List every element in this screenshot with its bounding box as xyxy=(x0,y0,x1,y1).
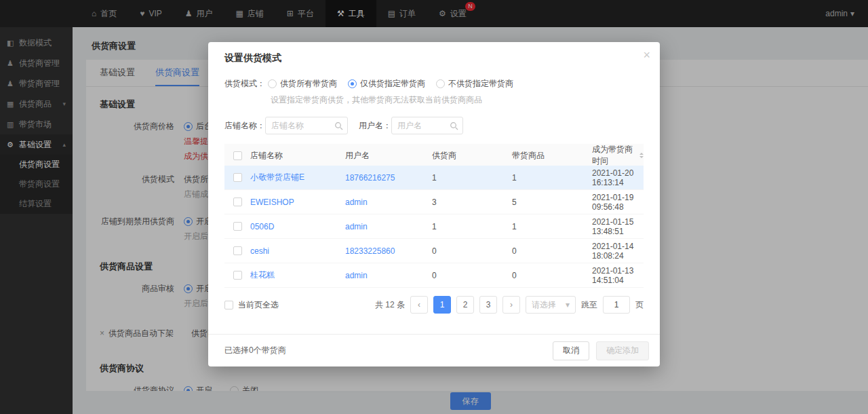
become-time: 2021-01-19 09:56:48 xyxy=(592,193,644,212)
search-icon[interactable] xyxy=(450,121,458,130)
become-time: 2021-01-13 14:51:04 xyxy=(592,266,644,285)
goods-count: 1 xyxy=(512,222,592,231)
col-shop-name: 店铺名称 xyxy=(250,150,345,162)
col-goods: 带货商品 xyxy=(512,150,592,162)
page-button-2[interactable]: 2 xyxy=(456,296,474,314)
page-button-3[interactable]: 3 xyxy=(479,296,497,314)
select-all-label: 当前页全选 xyxy=(238,299,279,311)
username-input[interactable] xyxy=(397,121,448,130)
prev-page-button[interactable]: ‹ xyxy=(410,296,428,314)
user-link[interactable]: 18766216275 xyxy=(345,173,432,183)
shop-link[interactable]: 小敬带货店铺E xyxy=(250,172,345,183)
radio-label: 不供货指定带货商 xyxy=(448,78,513,90)
page-size-select[interactable]: 请选择 ▾ xyxy=(526,296,576,314)
user-link[interactable]: admin xyxy=(345,271,432,280)
selected-count-text: 已选择0个带货商 xyxy=(224,345,286,356)
become-time: 2021-01-15 13:48:51 xyxy=(592,217,644,236)
table-row: ceshi 18233225860 0 0 2021-01-14 18:08:2… xyxy=(224,239,644,263)
supplier-count: 0 xyxy=(432,271,512,280)
supplier-count: 1 xyxy=(432,222,512,231)
page-button-1[interactable]: 1 xyxy=(433,296,451,314)
shop-link[interactable]: 0506D xyxy=(250,222,345,231)
supplier-count: 3 xyxy=(432,197,512,207)
shop-link[interactable]: 桂花糕 xyxy=(250,269,345,281)
select-all-current-page[interactable]: 当前页全选 xyxy=(224,299,279,311)
cancel-button[interactable]: 取消 xyxy=(553,341,589,360)
row-checkbox[interactable] xyxy=(233,246,242,255)
row-checkbox[interactable] xyxy=(233,197,242,206)
mode-help-text: 设置指定带货商供货，其他带货商无法获取当前供货商商品 xyxy=(208,90,660,106)
radio-circle xyxy=(268,79,277,88)
username-filter xyxy=(391,117,463,134)
select-all-checkbox xyxy=(224,301,233,309)
shops-table: 店铺名称 用户名 供货商 带货商品 成为带货商时间 小敬带货店铺E 187662… xyxy=(224,144,644,288)
user-filter-label: 用户名： xyxy=(359,120,391,132)
jump-suffix: 页 xyxy=(635,299,644,311)
jump-page-input[interactable] xyxy=(603,296,630,314)
become-time: 2021-01-20 16:13:14 xyxy=(592,168,644,187)
become-time: 2021-01-14 18:08:24 xyxy=(592,242,644,261)
supplier-count: 1 xyxy=(432,173,512,183)
col-become-time: 成为带货商时间 xyxy=(592,144,644,167)
supply-mode-radio-group: 供货模式： 供货所有带货商 仅供货指定带货商 不供货指定带货商 xyxy=(208,70,660,90)
radio-circle xyxy=(436,79,445,88)
table-row: EWEISHOP admin 3 5 2021-01-19 09:56:48 xyxy=(224,190,644,214)
modal-title: 设置供货模式 xyxy=(224,52,281,63)
page-size-placeholder: 请选择 xyxy=(532,299,556,311)
set-supply-mode-modal: 设置供货模式 × 供货模式： 供货所有带货商 仅供货指定带货商 不供货指定带货商… xyxy=(208,42,660,366)
goods-count: 0 xyxy=(512,271,592,280)
sort-icon[interactable] xyxy=(639,153,644,158)
table-row: 0506D admin 1 1 2021-01-15 13:48:51 xyxy=(224,214,644,239)
goods-count: 5 xyxy=(512,197,592,207)
row-checkbox[interactable] xyxy=(233,173,242,182)
radio-label: 仅供货指定带货商 xyxy=(360,78,425,90)
shop-name-filter xyxy=(265,117,348,134)
col-username: 用户名 xyxy=(345,150,432,162)
radio-circle xyxy=(348,79,357,88)
table-row: 桂花糕 admin 0 0 2021-01-13 14:51:04 xyxy=(224,263,644,288)
pagination-controls: 共 12 条 ‹ 1 2 3 › 请选择 ▾ 跳至 页 xyxy=(375,296,644,314)
modal-footer: 已选择0个带货商 取消 确定添加 xyxy=(208,334,660,366)
total-count: 共 12 条 xyxy=(375,299,405,311)
goods-count: 0 xyxy=(512,246,592,256)
row-checkbox[interactable] xyxy=(233,271,242,280)
radio-label: 供货所有带货商 xyxy=(280,78,337,90)
filter-bar: 店铺名称： 用户名： xyxy=(208,106,660,134)
shop-link[interactable]: EWEISHOP xyxy=(250,197,345,207)
table-header-row: 店铺名称 用户名 供货商 带货商品 成为带货商时间 xyxy=(224,144,644,166)
user-link[interactable]: admin xyxy=(345,197,432,207)
shop-filter-label: 店铺名称： xyxy=(224,120,265,132)
user-link[interactable]: 18233225860 xyxy=(345,246,432,256)
jump-label: 跳至 xyxy=(581,299,597,311)
goods-count: 1 xyxy=(512,173,592,183)
next-page-button[interactable]: › xyxy=(502,296,520,314)
table-row: 小敬带货店铺E 18766216275 1 1 2021-01-20 16:13… xyxy=(224,166,644,190)
user-link[interactable]: admin xyxy=(345,222,432,231)
radio-supply-designated-only[interactable]: 仅供货指定带货商 xyxy=(348,78,425,90)
supply-mode-group-label: 供货模式： xyxy=(224,78,265,90)
col-supplier: 供货商 xyxy=(432,150,512,162)
supplier-count: 0 xyxy=(432,246,512,256)
select-all-header-checkbox[interactable] xyxy=(233,151,242,160)
radio-supply-all[interactable]: 供货所有带货商 xyxy=(268,78,337,90)
search-icon[interactable] xyxy=(334,121,343,130)
chevron-down-icon: ▾ xyxy=(566,300,570,309)
shop-name-input[interactable] xyxy=(271,121,332,130)
close-icon[interactable]: × xyxy=(643,49,650,61)
row-checkbox[interactable] xyxy=(233,222,242,231)
confirm-add-button[interactable]: 确定添加 xyxy=(596,341,649,360)
shop-link[interactable]: ceshi xyxy=(250,246,345,256)
pagination-bar: 当前页全选 共 12 条 ‹ 1 2 3 › 请选择 ▾ 跳至 页 xyxy=(208,288,660,314)
modal-header: 设置供货模式 xyxy=(208,42,660,70)
radio-no-supply-designated[interactable]: 不供货指定带货商 xyxy=(436,78,513,90)
